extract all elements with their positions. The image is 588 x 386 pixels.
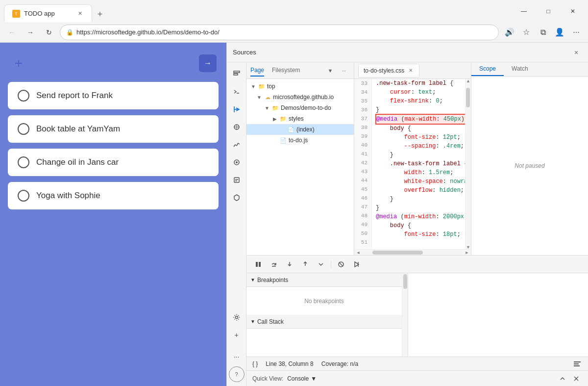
quickview-bar: Quick View: Console ▼ [246,370,588,386]
todo-item-1[interactable]: Send report to Frank [8,82,219,109]
todo-checkbox-3[interactable] [18,156,29,168]
devtools-memory-icon[interactable] [229,154,245,170]
tree-item-todo-js[interactable]: ▶ 📄 to-do.js [246,135,354,146]
todo-checkbox-4[interactable] [18,190,29,202]
debug-step-out-button[interactable] [299,258,311,270]
debug-pause-button[interactable] [252,258,264,270]
debug-continue-button[interactable] [351,258,363,270]
back-button[interactable]: ← [4,25,20,40]
code-line-53: font-size: 18pt; [376,230,461,239]
tree-item-domain[interactable]: ▼ ☁ microsoftedge.github.io [246,92,354,103]
devtools-add-icon[interactable]: + [229,327,245,343]
address-bar[interactable]: 🔒 https://microsoftedge.github.io/Demos/… [60,25,499,40]
debug-deactivate-button[interactable] [335,258,347,270]
todo-checkbox-1[interactable] [18,90,29,102]
tree-item-index[interactable]: ▶ 📄 (index) [246,124,354,135]
sources-more-button[interactable]: ··· [338,65,350,77]
todo-nav-button[interactable]: → [199,54,217,72]
todo-checkbox-2[interactable] [18,123,29,135]
code-scrollbar-v[interactable]: ▲ ▼ [465,79,471,249]
status-curly[interactable]: { } [252,360,258,367]
code-line-33: .new-task-form label { [376,79,461,88]
svg-rect-22 [574,363,579,364]
todo-add-button[interactable]: + [10,54,27,72]
debug-step-into-button[interactable] [284,258,295,270]
close-button[interactable]: ✕ [562,3,584,19]
scroll-h-thumb[interactable] [372,251,423,255]
todo-text-3: Change oil in Jans car [36,157,119,167]
devtools-console-icon[interactable] [229,84,245,100]
forward-button[interactable]: → [23,25,38,40]
devtools-close-button[interactable]: × [570,47,582,58]
todo-item-3[interactable]: Change oil in Jans car [8,149,219,176]
scroll-up-button[interactable]: ▲ [466,79,471,83]
minimize-button[interactable]: — [513,3,535,19]
debug-scroll-v[interactable] [402,273,408,357]
code-lines: .new-task-form label { cursor: text; fle… [372,79,465,249]
editor-tab-close[interactable]: ✕ [407,67,414,74]
code-line-44: .new-task-form label { [376,159,461,168]
profile-button[interactable]: 👤 [552,25,567,40]
devtools-security-icon[interactable] [229,190,245,206]
scroll-left-button[interactable]: ◄ [354,250,362,255]
sources-tab-filesystem[interactable]: Filesystem [272,65,300,77]
left-debug-panels: ▼ Breakpoints No breakpoints [246,273,408,357]
devtools-settings-icon[interactable] [229,309,245,325]
scroll-down-button[interactable]: ▼ [466,245,471,249]
devtools-network-icon[interactable] [229,119,245,135]
callstack-header[interactable]: ▼ Call Stack [246,315,402,329]
status-position: Line 38, Column 8 [266,360,313,367]
code-scrollbar-h[interactable]: ◄ ► [354,249,471,255]
editor-tab-css[interactable]: to-do-styles.css ✕ [358,64,419,77]
code-line-45: width: 1.5rem; [376,168,461,177]
devtools-sources-icon[interactable] [229,102,245,117]
devtools-more-icon[interactable]: ··· [229,349,245,364]
reload-button[interactable]: ↻ [41,25,57,40]
quickview-console-label: Console [287,375,309,382]
scroll-right-button[interactable]: ► [463,250,471,255]
svg-rect-0 [234,71,240,73]
scope-tabs: Scope Watch [471,62,588,77]
not-paused-text: Not paused [514,162,544,169]
svg-point-11 [235,316,238,319]
devtools-performance-icon[interactable] [229,137,245,153]
todo-item-2[interactable]: Book table at YamYam [8,115,219,143]
scope-tab-watch[interactable]: Watch [504,62,536,76]
code-line-42: } [376,151,461,159]
window-controls: — □ ✕ [513,3,584,19]
favorites-button[interactable]: ☆ [518,25,534,40]
callstack-arrow: ▼ [250,319,255,324]
coverage-text: Coverage: n/a [321,360,358,367]
format-button[interactable] [572,359,582,369]
settings-button[interactable]: ··· [568,25,584,40]
browser-tab[interactable]: T TODO app ✕ [4,4,92,22]
scroll-thumb[interactable] [466,88,470,107]
debug-scroll-thumb[interactable] [403,274,407,289]
code-line-52: body { [376,221,461,230]
tree-item-top[interactable]: ▼ 📁 top [246,81,354,92]
tree-item-demos[interactable]: ▼ 📁 Demos/demo-to-do [246,103,354,113]
file-icon-todo-js: 📄 [280,137,287,144]
quickview-close-button[interactable] [570,373,582,385]
code-content[interactable]: 3334353637 3839404142 4344454647 4849505… [354,79,465,249]
breakpoints-header[interactable]: ▼ Breakpoints [246,273,402,287]
tree-arrow-demos: ▼ [264,105,270,111]
quickview-expand-button[interactable] [557,373,568,385]
sources-dropdown-button[interactable]: ▼ [324,65,336,77]
collections-button[interactable]: ⧉ [535,25,551,40]
quickview-console-select[interactable]: Console ▼ [287,375,317,382]
tree-item-styles[interactable]: ▶ 📁 styles [246,113,354,124]
debug-step-button[interactable] [315,258,327,270]
tab-close-button[interactable]: ✕ [76,10,84,18]
debug-step-over-button[interactable] [268,258,280,270]
scroll-track [466,83,471,245]
read-aloud-button[interactable]: 🔊 [502,25,517,40]
sources-tab-page[interactable]: Page [250,65,264,77]
devtools-application-icon[interactable] [229,172,245,188]
new-tab-button[interactable]: + [92,6,108,22]
devtools-elements-icon[interactable] [229,66,245,82]
maximize-button[interactable]: □ [537,3,560,19]
todo-item-4[interactable]: Yoga with Sophie [8,182,219,209]
devtools-help-icon[interactable]: ? [229,366,245,382]
scope-tab-scope[interactable]: Scope [471,62,504,76]
